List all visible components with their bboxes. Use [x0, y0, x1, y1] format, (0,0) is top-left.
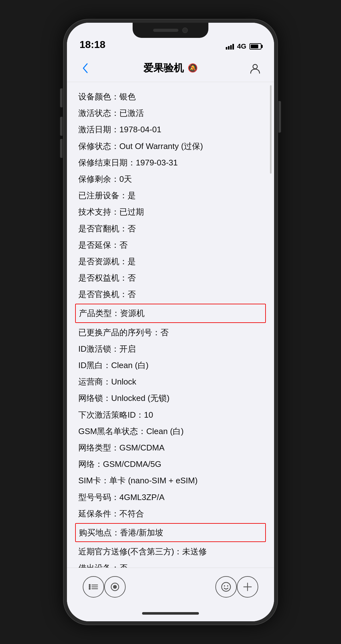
svg-point-10	[224, 585, 225, 587]
info-row-tech-support: 技术支持：已过期	[78, 204, 263, 220]
info-row-activation-status: 激活状态：已激活	[78, 105, 263, 121]
profile-button[interactable]	[248, 61, 263, 76]
info-row-warranty-status: 保修状态：Out Of Warranty (过保)	[78, 138, 263, 154]
signal-bar-2	[228, 46, 230, 50]
info-row-extended-warranty: 是否延保：否	[78, 237, 263, 253]
info-row-extended-warranty-condition: 延保条件：不符合	[78, 505, 263, 522]
info-row-benefit-device: 是否权益机：否	[78, 270, 263, 286]
info-row-activation-date: 激活日期：1978-04-01	[78, 121, 263, 138]
home-indicator-bar	[67, 605, 274, 621]
signal-bar-4	[232, 44, 234, 50]
svg-point-9	[222, 582, 230, 591]
info-row-recent-repair: 近期官方送修(不含第三方)：未送修	[78, 543, 263, 560]
info-row-refurbished: 是否官翻机：否	[78, 220, 263, 237]
notch	[133, 23, 208, 38]
scroll-indicator	[270, 85, 272, 174]
phone-frame: 18:18 4G 爱果验机	[63, 19, 278, 625]
speaker	[153, 29, 178, 32]
nav-bar: 爱果验机 🔕	[67, 54, 274, 82]
audio-button[interactable]	[104, 576, 126, 598]
content-area[interactable]: 设备颜色：银色激活状态：已激活激活日期：1978-04-01保修状态：Out O…	[67, 82, 274, 568]
status-time: 18:18	[80, 39, 105, 51]
status-icons: 4G	[226, 42, 261, 51]
info-row-network: 网络：GSM/CDMA/5G	[78, 456, 263, 472]
network-type-label: 4G	[237, 42, 246, 51]
menu-button[interactable]	[83, 576, 104, 598]
camera	[182, 27, 188, 33]
battery-icon	[249, 43, 261, 50]
info-row-sim-card: SIM卡：单卡 (nano-SIM + eSIM)	[78, 472, 263, 489]
svg-point-2	[89, 586, 91, 588]
phone-screen: 18:18 4G 爱果验机	[67, 23, 274, 621]
svg-point-0	[253, 64, 257, 69]
status-bar: 18:18 4G	[67, 23, 274, 54]
svg-point-7	[113, 585, 117, 589]
svg-point-3	[89, 588, 91, 590]
info-row-resource-device: 是否资源机：是	[78, 253, 263, 270]
svg-point-11	[227, 585, 228, 587]
info-row-warranty-end-date: 保修结束日期：1979-03-31	[78, 154, 263, 171]
home-indicator	[142, 612, 199, 615]
svg-point-1	[89, 584, 91, 586]
info-row-model-number: 型号号码：4GML3ZP/A	[78, 489, 263, 505]
info-row-next-activation-policy: 下次激活策略ID：10	[78, 407, 263, 423]
info-row-replacement-device: 是否官换机：否	[78, 286, 263, 302]
info-row-loaned-device: 借出设备：否	[78, 560, 263, 568]
bell-icon[interactable]: 🔕	[188, 63, 198, 73]
info-row-warranty-remaining: 保修剩余：0天	[78, 171, 263, 187]
signal-icon	[226, 43, 234, 50]
info-row-network-type: 网络类型：GSM/CDMA	[78, 439, 263, 456]
info-row-product-type: 产品类型：资源机	[75, 304, 266, 323]
info-row-gsm-blacklist: GSM黑名单状态：Clean (白)	[78, 423, 263, 439]
info-row-id-blacklist: ID黑白：Clean (白)	[78, 357, 263, 373]
back-button[interactable]	[78, 61, 93, 76]
battery-fill	[251, 45, 258, 48]
info-row-registered-device: 已注册设备：是	[78, 187, 263, 204]
info-row-carrier: 运营商：Unlock	[78, 373, 263, 390]
bottom-toolbar	[67, 568, 274, 605]
info-row-network-lock: 网络锁：Unlocked (无锁)	[78, 390, 263, 406]
nav-title: 爱果验机 🔕	[143, 61, 198, 75]
add-button[interactable]	[237, 576, 258, 598]
emoji-button[interactable]	[215, 576, 237, 598]
info-row-purchase-location: 购买地点：香港/新加坡	[75, 523, 266, 542]
signal-bar-1	[226, 47, 227, 50]
info-row-replaced-sn: 已更换产品的序列号：否	[78, 324, 263, 341]
info-list: 设备颜色：银色激活状态：已激活激活日期：1978-04-01保修状态：Out O…	[78, 88, 263, 568]
info-row-id-activation-lock: ID激活锁：开启	[78, 341, 263, 357]
signal-bar-3	[230, 45, 232, 50]
info-row-device-color: 设备颜色：银色	[78, 88, 263, 105]
app-title: 爱果验机	[143, 61, 184, 75]
